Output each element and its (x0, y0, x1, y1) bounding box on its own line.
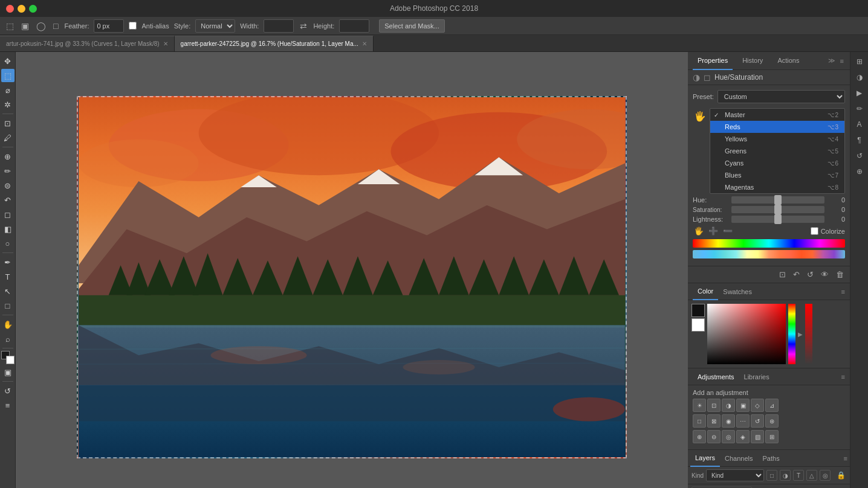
minimize-button[interactable] (18, 5, 25, 13)
posterize-adj[interactable]: ⊕ (693, 430, 706, 443)
hand-tool[interactable]: ✋ (1, 318, 15, 331)
tab-adjustments[interactable]: Adjustments (693, 368, 739, 385)
tab-libraries[interactable]: Libraries (739, 368, 774, 385)
adj-panel-menu[interactable]: ≡ (841, 373, 845, 380)
color-panel-menu[interactable]: ≡ (841, 288, 845, 295)
color-gradient-box[interactable] (707, 304, 786, 364)
preset-select[interactable]: Custom (717, 90, 845, 103)
visibility-icon[interactable]: 👁 (820, 269, 830, 280)
channel-mixer-adj[interactable]: ⋯ (736, 414, 750, 428)
hue-sat-adj[interactable]: ⊿ (765, 399, 779, 412)
properties-btn[interactable]: ◑ (852, 70, 867, 85)
history-brush-tool[interactable]: ↶ (1, 193, 15, 207)
clone-tool[interactable]: ⊜ (1, 179, 15, 192)
type-tool[interactable]: T (1, 270, 15, 283)
layer-kind-select[interactable]: Kind (706, 469, 764, 481)
saturation-slider-track[interactable] (731, 206, 824, 213)
tab-swatches[interactable]: Swatches (718, 283, 757, 300)
tab-actions[interactable]: Actions (772, 52, 804, 70)
brush-tool[interactable]: ✏ (1, 164, 15, 178)
selective-color-adj[interactable]: ◈ (736, 430, 750, 443)
marquee-rect-btn[interactable]: ▣ (20, 19, 30, 33)
marquee-single-btn[interactable]: □ (52, 19, 59, 33)
vibrance-adj[interactable]: ◇ (751, 399, 764, 412)
close-button[interactable] (6, 5, 14, 13)
shape-tool[interactable]: □ (1, 299, 15, 312)
paragraph-btn[interactable]: ¶ (852, 133, 867, 147)
brush-panel-btn[interactable]: ✏ (852, 101, 867, 116)
channel-cyans[interactable]: Cyans ⌥6 (710, 157, 844, 169)
threshold-adj[interactable]: ⊖ (707, 430, 721, 443)
tab-1-close[interactable]: ✕ (362, 40, 367, 47)
extras-btn[interactable]: ≡ (1, 399, 15, 412)
brightness-contrast-adj[interactable]: ☀ (693, 399, 706, 412)
rotate-3d-btn[interactable]: ↺ (1, 384, 15, 397)
channel-reds[interactable]: Reds ⌥3 (710, 121, 844, 133)
hand-icon-btn[interactable]: 🖐 (693, 225, 705, 237)
anti-alias-checkbox[interactable] (129, 22, 137, 30)
filter-toggle-btn[interactable]: 🔒 (835, 470, 846, 481)
gradient-tool[interactable]: ◧ (1, 222, 15, 236)
eyedropper-tool[interactable]: 🖊 (1, 131, 15, 144)
tab-1[interactable]: garrett-parker-247225.jpg @ 16.7% (Hue/S… (175, 36, 374, 51)
tool-preset-picker[interactable]: ⬚ (5, 19, 15, 33)
reset-icon[interactable]: ↺ (806, 269, 815, 280)
background-color[interactable] (6, 356, 15, 364)
clip-to-layer-icon[interactable]: ⊡ (778, 269, 787, 280)
bg-swatch[interactable] (691, 318, 705, 332)
tab-color[interactable]: Color (693, 283, 718, 300)
select-and-mask-button[interactable]: Select and Mask... (379, 19, 445, 33)
zoom-tool[interactable]: ⌕ (1, 332, 15, 345)
marquee-tool[interactable]: ⬚ (1, 69, 15, 82)
curves-adj[interactable]: ◑ (722, 399, 735, 412)
tab-channels[interactable]: Channels (720, 450, 757, 467)
exposure-adj[interactable]: ▣ (736, 399, 750, 412)
font-panel-btn[interactable]: A (852, 117, 867, 132)
width-input[interactable] (264, 19, 294, 33)
quick-select-tool[interactable]: ✲ (1, 98, 15, 111)
channel-dropdown[interactable]: ✓ Master ⌥2 Reds ⌥3 Yellows ⌥4 (710, 108, 845, 194)
foreground-background-colors[interactable] (1, 351, 15, 364)
refresh-btn[interactable]: ⊕ (852, 164, 867, 179)
type-filter-btn[interactable]: T (793, 470, 804, 481)
hue-slider-thumb[interactable] (774, 195, 782, 205)
pattern-adj[interactable]: ▧ (751, 430, 764, 443)
delete-layer-icon[interactable]: 🗑 (835, 269, 845, 280)
hue-slider-track[interactable] (731, 196, 824, 204)
style-select[interactable]: Normal (195, 19, 235, 33)
invert-adj[interactable]: ⊛ (765, 414, 779, 428)
photo-filter-adj[interactable]: ◉ (722, 414, 735, 428)
move-tool[interactable]: ✥ (1, 54, 15, 68)
eraser-tool[interactable]: ◻ (1, 208, 15, 221)
swap-dimensions-icon[interactable]: ⇄ (299, 19, 308, 33)
tab-properties[interactable]: Properties (693, 52, 733, 70)
levels-adj[interactable]: ⊡ (707, 399, 721, 412)
crop-tool[interactable]: ⊡ (1, 117, 15, 130)
path-select-tool[interactable]: ↖ (1, 284, 15, 298)
bw-adj[interactable]: ⊠ (707, 414, 721, 428)
saturation-slider-thumb[interactable] (774, 205, 782, 214)
timeline-btn[interactable]: ▶ (852, 86, 867, 100)
channel-magentas[interactable]: Magentas ⌥8 (710, 181, 844, 193)
adj-filter-btn[interactable]: ◑ (780, 470, 791, 481)
hue-strip[interactable] (788, 304, 795, 364)
tab-layers[interactable]: Layers (690, 450, 720, 467)
alpha-strip[interactable] (805, 304, 812, 364)
spot-heal-tool[interactable]: ⊕ (1, 150, 15, 163)
lightness-slider-track[interactable] (731, 216, 824, 223)
maximize-button[interactable] (29, 5, 37, 13)
gradient-map-adj[interactable]: ◎ (722, 430, 735, 443)
pixel-filter-btn[interactable]: □ (766, 470, 777, 481)
panel-menu-icon[interactable]: ≡ (839, 56, 845, 66)
color-lookup-adj[interactable]: ↺ (751, 414, 764, 428)
lasso-tool[interactable]: ⌀ (1, 83, 15, 97)
screen-mode-btn[interactable]: ▣ (1, 365, 15, 379)
channel-blues[interactable]: Blues ⌥7 (710, 169, 844, 181)
shape-filter-btn[interactable]: △ (806, 470, 817, 481)
canvas-area[interactable] (16, 52, 688, 488)
add-sample-icon-btn[interactable]: ➕ (707, 225, 719, 237)
tab-history[interactable]: History (737, 52, 768, 70)
height-input[interactable] (339, 19, 369, 33)
dodge-tool[interactable]: ○ (1, 237, 15, 250)
channel-yellows[interactable]: Yellows ⌥4 (710, 133, 844, 145)
